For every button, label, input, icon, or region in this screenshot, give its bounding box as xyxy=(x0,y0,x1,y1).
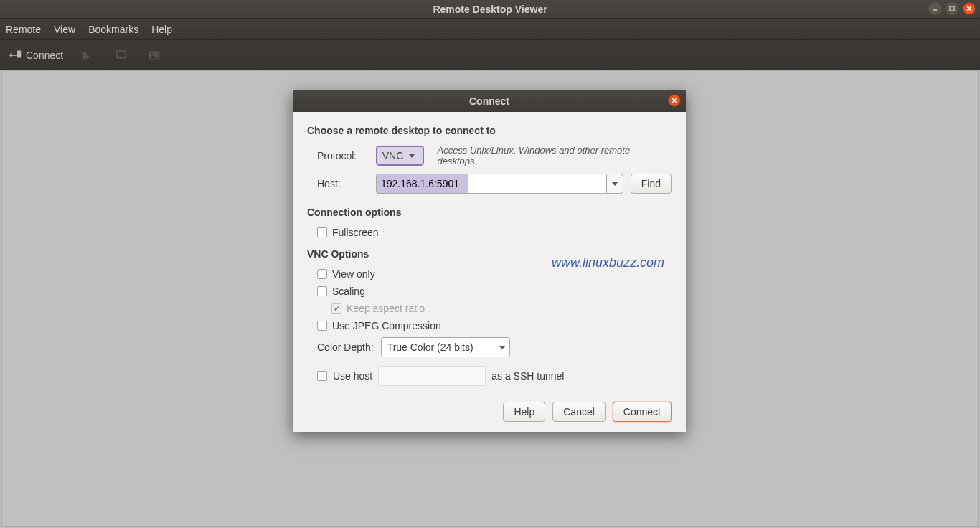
jpeg-checkbox[interactable] xyxy=(317,321,327,331)
svg-point-9 xyxy=(151,52,153,55)
svg-rect-5 xyxy=(83,52,87,59)
ssh-suffix-label: as a SSH tunnel xyxy=(491,370,564,382)
keep-aspect-label: Keep aspect ratio xyxy=(347,303,425,314)
color-depth-label: Color Depth: xyxy=(317,341,374,353)
protocol-hint: Access Unix/Linux, Windows and other rem… xyxy=(437,145,672,166)
dialog-titlebar: Connect xyxy=(293,90,686,112)
maximize-button[interactable] xyxy=(946,2,958,15)
choose-heading: Choose a remote desktop to connect to xyxy=(307,125,672,136)
host-label: Host: xyxy=(317,178,369,189)
fullscreen-row[interactable]: Fullscreen xyxy=(307,227,672,238)
color-depth-row: Color Depth: True Color (24 bits) xyxy=(307,337,672,357)
view-only-checkbox[interactable] xyxy=(317,269,327,279)
jpeg-row[interactable]: Use JPEG Compression xyxy=(307,320,672,331)
jpeg-label: Use JPEG Compression xyxy=(332,320,441,331)
toolbar-connect[interactable]: Connect xyxy=(7,46,63,64)
watermark: www.linuxbuzz.com xyxy=(552,255,664,270)
color-depth-value: True Color (24 bits) xyxy=(387,341,473,353)
protocol-select[interactable]: VNC xyxy=(376,146,425,166)
find-button[interactable]: Find xyxy=(631,174,672,194)
ssh-use-host-label: Use host xyxy=(333,370,372,382)
toolbar-screenshot xyxy=(146,47,162,63)
view-only-label: View only xyxy=(332,268,375,280)
svg-rect-7 xyxy=(118,52,126,57)
window-title: Remote Desktop Viewer xyxy=(433,4,547,15)
connect-icon xyxy=(7,46,23,64)
ssh-row: Use host as a SSH tunnel xyxy=(307,366,672,386)
host-dropdown[interactable] xyxy=(606,174,623,194)
ssh-host-input xyxy=(378,366,486,386)
dialog-buttons: Help Cancel Connect xyxy=(307,402,672,422)
color-depth-select[interactable]: True Color (24 bits) xyxy=(381,337,510,357)
dialog-title: Connect xyxy=(469,95,509,107)
help-button[interactable]: Help xyxy=(503,402,545,422)
fullscreen-checkbox[interactable] xyxy=(317,227,327,237)
window-title-bar: Remote Desktop Viewer xyxy=(0,0,980,19)
toolbar-connect-label: Connect xyxy=(26,50,63,61)
connect-dialog: Connect Choose a remote desktop to conne… xyxy=(293,90,686,432)
protocol-label: Protocol: xyxy=(317,150,369,161)
cancel-button[interactable]: Cancel xyxy=(552,402,606,422)
dialog-close-button[interactable] xyxy=(668,94,681,107)
protocol-row: Protocol: VNC Access Unix/Linux, Windows… xyxy=(307,145,672,166)
toolbar: Connect xyxy=(0,40,980,70)
disconnect-icon xyxy=(80,47,96,63)
keep-aspect-checkbox: ✔ xyxy=(331,303,341,314)
window-controls xyxy=(928,2,976,15)
scaling-row[interactable]: Scaling xyxy=(307,286,672,297)
host-combo xyxy=(376,174,623,194)
protocol-value: VNC xyxy=(382,150,404,161)
minimize-button[interactable] xyxy=(928,2,941,15)
scaling-checkbox[interactable] xyxy=(317,286,327,296)
menu-bookmarks[interactable]: Bookmarks xyxy=(88,24,138,35)
connect-button[interactable]: Connect xyxy=(613,402,672,422)
menu-view[interactable]: View xyxy=(54,24,75,35)
keep-aspect-row: ✔ Keep aspect ratio xyxy=(307,303,672,314)
ssh-checkbox[interactable] xyxy=(317,371,327,381)
fullscreen-icon xyxy=(113,47,129,63)
host-input[interactable] xyxy=(376,174,606,194)
svg-rect-1 xyxy=(950,6,954,11)
dialog-body: Choose a remote desktop to connect to Pr… xyxy=(293,112,686,432)
scaling-label: Scaling xyxy=(332,286,365,297)
conn-options-heading: Connection options xyxy=(307,207,672,218)
chevron-down-icon xyxy=(612,182,618,186)
toolbar-fullscreen xyxy=(113,47,129,63)
chevron-down-icon xyxy=(499,346,505,349)
fullscreen-label: Fullscreen xyxy=(332,227,379,238)
chevron-down-icon xyxy=(409,154,415,158)
screenshot-icon xyxy=(146,47,162,63)
toolbar-disconnect xyxy=(80,47,96,63)
menu-remote[interactable]: Remote xyxy=(6,24,41,35)
svg-rect-4 xyxy=(17,50,22,57)
host-row: Host: Find xyxy=(307,174,672,194)
menu-help[interactable]: Help xyxy=(151,24,172,35)
close-button[interactable] xyxy=(963,2,976,15)
menu-bar: Remote View Bookmarks Help xyxy=(0,19,980,40)
